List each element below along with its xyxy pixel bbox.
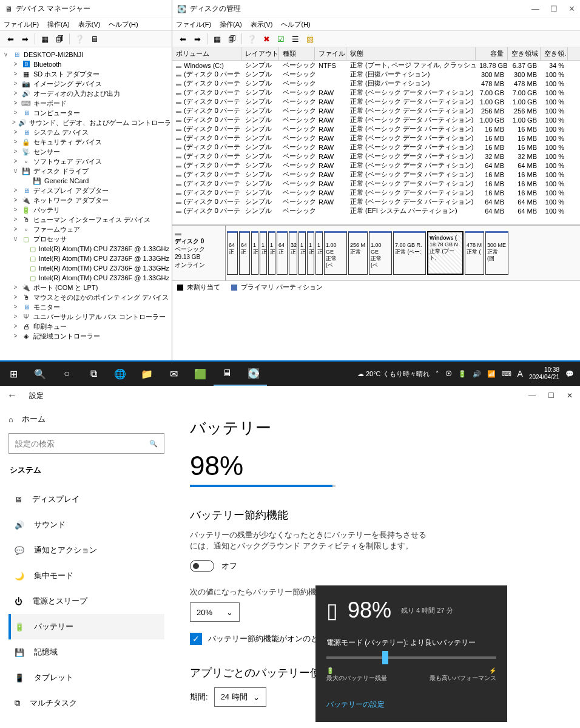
nav-item[interactable]: 🖥ディスプレイ — [8, 487, 164, 512]
power-slider[interactable] — [326, 656, 496, 659]
disk-label[interactable]: ディスク 0 ベーシック 29.13 GB オンライン — [172, 226, 226, 280]
partition-box[interactable]: 1正 — [315, 231, 323, 275]
partition-box[interactable]: 300 ME正常 (回 — [485, 231, 508, 275]
tree-node[interactable]: ▢Intel(R) Atom(TM) CPU Z3736F @ 1.33GHz — [1, 263, 170, 273]
tree-node[interactable]: >◈記憶域コントローラー — [1, 331, 170, 341]
start-button[interactable]: ⊞ — [0, 362, 27, 386]
tree-node[interactable]: >🔒セキュリティ デバイス — [1, 137, 170, 147]
device-tree[interactable]: v🖥 DESKTOP-MI2BNJI >🅱Bluetooth>▦SD ホスト ア… — [0, 47, 172, 360]
nav-item[interactable]: 🔊サウンド — [8, 512, 164, 538]
tree-node[interactable]: >🖱ヒューマン インターフェイス デバイス — [1, 215, 170, 224]
nav-item[interactable]: 🔋バッテリー — [8, 614, 164, 639]
column-header[interactable]: ファイル … — [315, 47, 346, 60]
list-icon[interactable]: ☰ — [289, 32, 302, 46]
menu-item[interactable]: ヘルプ(H) — [281, 20, 310, 29]
home-link[interactable]: ⌂ ホーム — [8, 414, 164, 425]
toggle-switch[interactable] — [190, 560, 214, 572]
tree-node[interactable]: >▫ファームウェア — [1, 224, 170, 234]
menu-item[interactable]: ファイル(F) — [4, 20, 39, 29]
tray-chevron-icon[interactable]: ˄ — [436, 370, 439, 378]
volume-row[interactable]: (ディスク 0 パーティショ…シンプルベーシックRAW正常 (ベーシック データ… — [172, 197, 580, 206]
volume-row[interactable]: (ディスク 0 パーティショ…シンプルベーシックRAW正常 (ベーシック データ… — [172, 106, 580, 115]
volume-row[interactable]: (ディスク 0 パーティショ…シンプルベーシックRAW正常 (ベーシック データ… — [172, 143, 580, 152]
volume-row[interactable]: (ディスク 0 パーティショ…シンプルベーシックRAW正常 (ベーシック データ… — [172, 97, 580, 106]
menu-item[interactable]: ヘルプ(H) — [109, 20, 138, 29]
properties-icon[interactable]: ☑ — [274, 32, 288, 46]
nav-item[interactable]: 📱タブレット — [8, 665, 164, 690]
nav-item[interactable]: ⧉マルチタスク — [8, 690, 164, 716]
column-header[interactable]: レイアウト — [241, 47, 279, 60]
battery-settings-link[interactable]: バッテリーの設定 — [326, 699, 496, 710]
mail-icon[interactable]: ✉ — [160, 362, 187, 386]
menu-item[interactable]: 操作(A) — [47, 20, 70, 29]
partition-box[interactable]: 1正 — [251, 231, 258, 275]
weather-widget[interactable]: ☁ 20°C くもり時々晴れ — [357, 369, 430, 379]
refresh-icon[interactable]: 🗐 — [53, 32, 66, 46]
tree-node[interactable]: >🔊オーディオの入力および出力 — [1, 89, 170, 98]
tree-node[interactable]: >🖨印刷キュー — [1, 322, 170, 331]
tree-node[interactable]: >🖥コンピューター — [1, 108, 170, 118]
volume-row[interactable]: (ディスク 0 パーティショ…シンプルベーシックRAW正常 (ベーシック データ… — [172, 161, 580, 170]
tree-node[interactable]: >🔌ポート (COM と LPT) — [1, 283, 170, 292]
minimize-button[interactable]: — — [531, 4, 539, 13]
volume-list[interactable]: Windows (C:)シンプルベーシックNTFS正常 (ブート, ページ ファ… — [172, 61, 580, 224]
tree-node[interactable]: ▢Intel(R) Atom(TM) CPU Z3736F @ 1.33GHz — [1, 273, 170, 283]
tree-node[interactable]: >🖱マウスとそのほかのポインティング デバイス — [1, 292, 170, 302]
nav-item[interactable]: 💬通知とアクション — [8, 538, 164, 563]
clock[interactable]: 10:382024/04/21 — [529, 366, 559, 381]
period-select[interactable]: 24 時間 ⌄ — [214, 687, 266, 707]
partition-box[interactable]: 478 M正常 ( — [465, 231, 484, 275]
tree-node[interactable]: >🖥ディスプレイ アダプター — [1, 186, 170, 195]
tree-node[interactable]: v💾ディスク ドライブ — [1, 166, 170, 176]
settings-search[interactable]: 🔍 — [8, 433, 164, 454]
partition-box[interactable]: 1正 — [298, 231, 306, 275]
maximize-button[interactable]: ☐ — [548, 391, 555, 400]
volume-row[interactable]: (ディスク 0 パーティショ…シンプルベーシックRAW正常 (ベーシック データ… — [172, 124, 580, 133]
partition-box[interactable]: 1正 — [268, 231, 275, 275]
new-icon[interactable]: ▧ — [303, 32, 317, 46]
notifications-icon[interactable]: 💬 — [565, 370, 574, 378]
partition-box[interactable]: 64正 — [277, 231, 288, 275]
menu-item[interactable]: 表示(V) — [251, 20, 273, 29]
volume-row[interactable]: (ディスク 0 パーティショ…シンプルベーシックRAW正常 (ベーシック データ… — [172, 133, 580, 143]
close-button[interactable]: ✕ — [568, 4, 575, 13]
tree-node[interactable]: >📷イメージング デバイス — [1, 79, 170, 89]
volume-row[interactable]: (ディスク 0 パーティショ…シンプルベーシックRAW正常 (ベーシック データ… — [172, 170, 580, 179]
volume-row[interactable]: (ディスク 0 パーティショ…シンプルベーシック正常 (EFI システム パーテ… — [172, 206, 580, 215]
help-icon[interactable]: ❔ — [245, 32, 258, 46]
devmgr-task-icon[interactable]: 🖥 — [214, 362, 240, 386]
back-button[interactable]: ← — [7, 390, 17, 401]
partition-box[interactable]: 256 M正常 — [348, 231, 368, 275]
column-header[interactable]: 種類 — [279, 47, 315, 60]
help-icon[interactable]: ❔ — [73, 32, 86, 46]
tree-node[interactable]: >🅱Bluetooth — [1, 59, 170, 69]
tree-node[interactable]: >🔋バッテリ — [1, 205, 170, 215]
close-button[interactable]: ✕ — [567, 391, 573, 400]
diskmgmt-task-icon[interactable]: 💽 — [240, 362, 267, 386]
partition-box[interactable]: 1.00 GE正常 (ベ — [369, 231, 392, 275]
menu-item[interactable]: ファイル(F) — [176, 20, 211, 29]
nav-item[interactable]: 🌙集中モード — [8, 563, 164, 588]
grid-icon[interactable]: ▦ — [211, 32, 224, 46]
partition-box[interactable]: 1正 — [260, 231, 267, 275]
volume-row[interactable]: Windows (C:)シンプルベーシックNTFS正常 (ブート, ページ ファ… — [172, 61, 580, 70]
threshold-select[interactable]: 20% ⌄ — [190, 602, 240, 622]
volume-row[interactable]: (ディスク 0 パーティショ…シンプルベーシックRAW正常 (ベーシック データ… — [172, 188, 580, 197]
tree-node[interactable]: 💾Generic NCard — [1, 176, 170, 186]
column-header[interactable]: 空き領… — [541, 47, 568, 60]
column-header[interactable]: 容量 — [476, 47, 508, 60]
tree-node[interactable]: ▢Intel(R) Atom(TM) CPU Z3736F @ 1.33GHz — [1, 254, 170, 263]
nav-item[interactable]: 💾記憶域 — [8, 639, 164, 665]
search-input[interactable] — [15, 439, 149, 448]
tree-node[interactable]: >🖥システム デバイス — [1, 127, 170, 137]
partition-box[interactable]: 1.00 GE正常 (ベ — [324, 231, 347, 275]
explorer-icon[interactable]: 📁 — [133, 362, 160, 386]
forward-icon[interactable]: ➡ — [191, 32, 204, 46]
back-icon[interactable]: ⬅ — [4, 32, 17, 46]
volume-icon[interactable]: 🔊 — [473, 370, 481, 378]
partition-box[interactable]: 1正 — [307, 231, 314, 275]
checkbox-checked-icon[interactable]: ✓ — [190, 633, 202, 645]
menu-item[interactable]: 表示(V) — [78, 20, 101, 29]
scan-icon[interactable]: 🖥 — [87, 32, 101, 46]
taskview-icon[interactable]: ⧉ — [80, 362, 107, 386]
